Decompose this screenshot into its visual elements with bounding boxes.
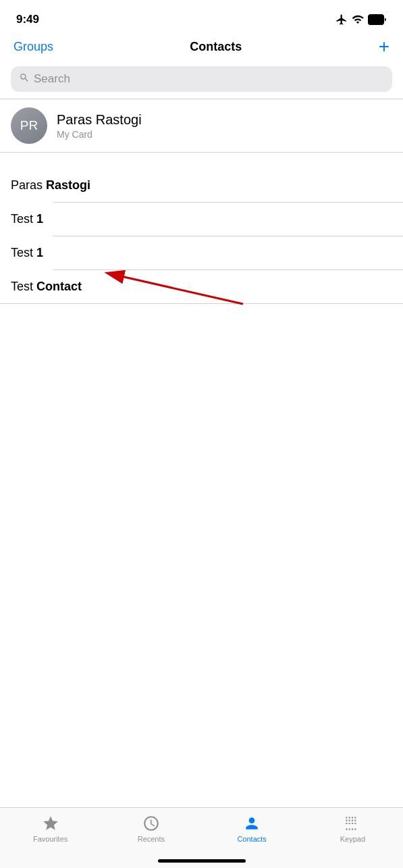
page-title: Contacts bbox=[190, 40, 242, 54]
wifi-icon bbox=[352, 14, 364, 26]
nav-bar: Groups Contacts + bbox=[0, 30, 403, 63]
tab-contacts[interactable]: Contacts bbox=[228, 815, 275, 843]
svg-rect-1 bbox=[369, 16, 382, 24]
add-contact-button[interactable]: + bbox=[379, 37, 389, 56]
contact-item-test-contact[interactable]: Test Contact bbox=[0, 270, 403, 303]
tab-favourites[interactable]: Favourites bbox=[27, 815, 74, 843]
contact-name: Test 1 bbox=[11, 212, 43, 226]
my-card-subtitle: My Card bbox=[57, 129, 142, 140]
contact-name: Paras Rastogi bbox=[11, 178, 90, 193]
tab-recents[interactable]: Recents bbox=[128, 815, 175, 843]
contact-name: Test Contact bbox=[11, 280, 82, 294]
tab-keypad-label: Keypad bbox=[340, 835, 365, 843]
contact-item-paras[interactable]: Paras Rastogi bbox=[0, 169, 403, 202]
tab-contacts-label: Contacts bbox=[237, 835, 266, 843]
section-spacer bbox=[0, 153, 403, 169]
divider-4 bbox=[0, 303, 403, 304]
tab-recents-label: Recents bbox=[138, 835, 165, 843]
avatar: PR bbox=[11, 107, 47, 144]
clock-icon bbox=[142, 815, 160, 832]
groups-button[interactable]: Groups bbox=[14, 40, 53, 54]
status-bar: 9:49 bbox=[0, 0, 403, 30]
search-icon bbox=[19, 72, 30, 86]
star-icon bbox=[42, 815, 59, 832]
search-bar[interactable]: Search bbox=[11, 66, 392, 92]
status-icons bbox=[335, 14, 387, 26]
tab-keypad[interactable]: Keypad bbox=[329, 815, 376, 843]
status-time: 9:49 bbox=[16, 13, 39, 26]
contact-name: Test 1 bbox=[11, 246, 43, 260]
keypad-icon bbox=[344, 815, 361, 832]
tab-favourites-label: Favourites bbox=[33, 835, 68, 843]
home-indicator bbox=[158, 859, 246, 863]
airplane-icon bbox=[335, 14, 348, 26]
battery-icon bbox=[368, 14, 387, 25]
contact-item-test1-a[interactable]: Test 1 bbox=[0, 203, 403, 236]
contact-item-test1-b[interactable]: Test 1 bbox=[0, 236, 403, 270]
search-input[interactable]: Search bbox=[34, 72, 70, 86]
contacts-icon bbox=[243, 815, 261, 832]
my-card-name: Paras Rastogi bbox=[57, 112, 142, 128]
my-card[interactable]: PR Paras Rastogi My Card bbox=[0, 99, 403, 152]
my-card-info: Paras Rastogi My Card bbox=[57, 112, 142, 140]
